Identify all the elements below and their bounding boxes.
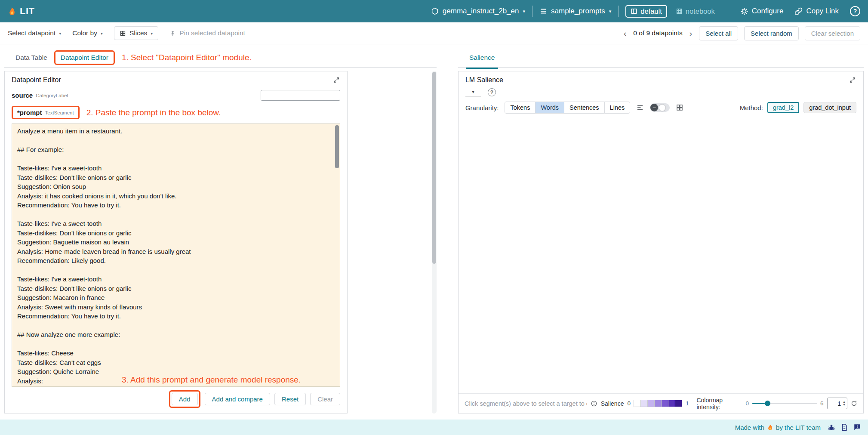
- document-icon[interactable]: [840, 423, 848, 431]
- model-selector-value: gemma_instruct_2b_en: [443, 7, 519, 15]
- help-button[interactable]: ?: [850, 6, 860, 16]
- salience-swatch: [661, 400, 668, 407]
- salience-hint: Click segment(s) above to select a targe…: [465, 400, 587, 407]
- intensity-label: Colormap intensity:: [696, 397, 742, 410]
- configure-button[interactable]: Configure: [740, 7, 784, 15]
- salience-swatch: [668, 400, 675, 407]
- intensity-stepper[interactable]: ▲ ▼: [843, 401, 846, 406]
- expand-icon[interactable]: [332, 76, 340, 84]
- help-label: ?: [853, 8, 857, 15]
- lm-salience-header: LM Salience: [459, 71, 863, 87]
- feedback-icon[interactable]: [853, 423, 861, 431]
- align-lines-icon[interactable]: [636, 104, 644, 111]
- select-datapoint-dropdown[interactable]: Select datapoint ▾: [8, 29, 61, 37]
- dataset-selector-value: sample_prompts: [551, 7, 605, 15]
- add-button[interactable]: Add: [172, 393, 198, 405]
- salience-swatch-scale: [634, 400, 682, 407]
- bug-icon[interactable]: [828, 423, 835, 431]
- reset-intensity-icon[interactable]: [851, 400, 857, 407]
- layout-notebook-label: notebook: [686, 7, 715, 15]
- salience-swatch: [654, 400, 662, 407]
- method-grad-dot-input-button[interactable]: grad_dot_input: [803, 102, 856, 113]
- source-input[interactable]: [261, 90, 340, 101]
- salience-help-icon[interactable]: ?: [488, 88, 496, 96]
- layout-default-button[interactable]: default: [625, 5, 667, 18]
- target-select[interactable]: ▾: [465, 89, 481, 96]
- flame-icon: [8, 6, 16, 16]
- select-random-button[interactable]: Select random: [744, 26, 799, 40]
- method-grad-l2-button[interactable]: grad_l2: [767, 102, 799, 113]
- dataset-icon: [539, 7, 547, 15]
- clear-button[interactable]: Clear: [310, 393, 340, 405]
- lm-salience-module: LM Salience ▾ ? Granularity: Tokens Word…: [458, 71, 864, 413]
- clear-selection-button[interactable]: Clear selection: [805, 26, 860, 40]
- granularity-segmented-control: Tokens Words Sentences Lines: [505, 102, 630, 114]
- textarea-scrollbar-thumb[interactable]: [335, 125, 339, 168]
- right-tabstrip: Salience: [458, 48, 864, 68]
- tab-datapoint-editor[interactable]: Datapoint Editor: [55, 52, 114, 64]
- prompt-text[interactable]: Analyze a menu item in a restaurant. ## …: [12, 124, 340, 387]
- slices-label: Slices: [129, 29, 147, 37]
- dataset-selector[interactable]: sample_prompts ▾: [539, 7, 611, 15]
- color-by-label: Color by: [72, 29, 97, 37]
- granularity-words-button[interactable]: Words: [535, 102, 564, 114]
- copy-link-button[interactable]: Copy Link: [794, 7, 839, 15]
- salience-scale-label: Salience: [601, 400, 624, 407]
- granularity-sentences-button[interactable]: Sentences: [564, 102, 605, 114]
- left-panel-scrollbar[interactable]: [432, 71, 437, 413]
- model-selector[interactable]: gemma_instruct_2b_en ▾: [431, 7, 525, 15]
- salience-bottom-bar: Click segment(s) above to select a targe…: [459, 393, 863, 413]
- select-all-button[interactable]: Select all: [699, 26, 738, 40]
- grid-view-icon[interactable]: [676, 104, 683, 111]
- stepper-down-icon[interactable]: ▼: [843, 404, 846, 407]
- main-area: Data Table Datapoint Editor 1. Select "D…: [0, 44, 868, 420]
- color-by-dropdown[interactable]: Color by ▾: [72, 29, 103, 37]
- right-panel: Salience LM Salience ▾ ? Granularity: To…: [458, 48, 864, 413]
- tab-data-table[interactable]: Data Table: [9, 50, 54, 65]
- expand-icon[interactable]: [849, 76, 856, 84]
- app-logo: LIT: [8, 6, 35, 17]
- reset-button[interactable]: Reset: [274, 393, 306, 405]
- caret-down-icon: ▾: [523, 9, 525, 14]
- separator: [532, 6, 532, 17]
- select-datapoint-label: Select datapoint: [8, 29, 55, 37]
- granularity-tokens-button[interactable]: Tokens: [505, 102, 536, 114]
- slider-fill: [752, 403, 765, 404]
- left-tabstrip: Data Table Datapoint Editor 1. Select "D…: [4, 48, 437, 68]
- prev-datapoint-button[interactable]: ‹: [623, 29, 627, 37]
- layout-notebook-button[interactable]: notebook: [674, 6, 717, 17]
- intensity-slider[interactable]: [752, 400, 817, 407]
- granularity-lines-button[interactable]: Lines: [604, 102, 631, 114]
- caret-down-icon: ▾: [59, 31, 61, 36]
- separator: [618, 6, 619, 17]
- link-icon: [794, 7, 803, 15]
- layout-default-icon: [631, 8, 637, 15]
- slider-thumb[interactable]: [765, 401, 770, 406]
- top-app-bar: LIT gemma_instruct_2b_en ▾ sample_prompt…: [0, 0, 868, 22]
- selection-toolbar: Select datapoint ▾ Color by ▾ Slices ▾ P…: [0, 22, 868, 44]
- prompt-field-label: *prompt: [17, 109, 42, 116]
- toggle-thumb: [659, 105, 665, 111]
- source-field-type: CategoryLabel: [36, 93, 68, 98]
- method-label: Method:: [740, 104, 763, 111]
- annotation-step-3: 3. Add this prompt and generate model re…: [122, 375, 301, 385]
- toolbar-right-group: ‹ 0 of 9 datapoints › Select all Select …: [623, 26, 860, 40]
- intensity-input[interactable]: 1 ▲ ▼: [827, 398, 847, 409]
- salience-swatch: [640, 400, 648, 407]
- annotation-box-1: Datapoint Editor: [54, 50, 115, 65]
- next-datapoint-button[interactable]: ›: [689, 29, 693, 37]
- topbar-selectors: gemma_instruct_2b_en ▾ sample_prompts ▾ …: [431, 5, 717, 18]
- caret-down-icon: ▾: [101, 31, 103, 36]
- focus-toggle[interactable]: –: [650, 103, 670, 112]
- tab-salience[interactable]: Salience: [462, 50, 502, 65]
- prompt-textarea[interactable]: Analyze a menu item in a restaurant. ## …: [12, 123, 340, 387]
- topbar-actions: Configure Copy Link ?: [740, 6, 860, 16]
- annotation-box-3: Add: [169, 390, 200, 408]
- left-panel-scrollbar-thumb[interactable]: [432, 72, 436, 264]
- pin-selected-datapoint[interactable]: Pin selected datapoint: [169, 29, 245, 37]
- configure-label: Configure: [752, 7, 784, 15]
- footer-by-team: by the LIT team: [776, 424, 821, 431]
- add-and-compare-button[interactable]: Add and compare: [205, 393, 270, 405]
- source-field-row: source CategoryLabel: [12, 90, 340, 101]
- slices-button[interactable]: Slices ▾: [114, 26, 158, 40]
